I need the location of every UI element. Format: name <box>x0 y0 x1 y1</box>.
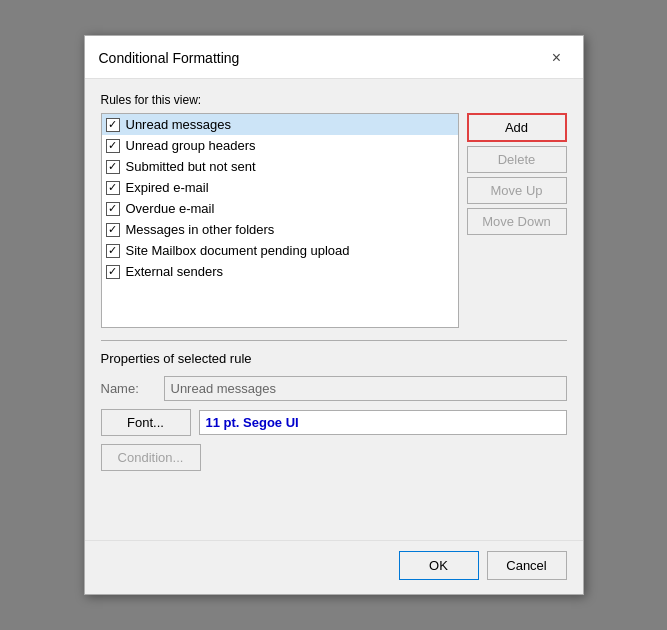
checkbox-icon[interactable] <box>106 181 120 195</box>
checkbox-icon[interactable] <box>106 244 120 258</box>
list-item-label: Expired e-mail <box>126 180 209 195</box>
rules-list[interactable]: Unread messagesUnread group headersSubmi… <box>102 114 458 327</box>
list-item-label: Submitted but not sent <box>126 159 256 174</box>
rules-label: Rules for this view: <box>101 93 567 107</box>
list-item-label: External senders <box>126 264 224 279</box>
list-item-label: Unread group headers <box>126 138 256 153</box>
list-item-label: Overdue e-mail <box>126 201 215 216</box>
list-item-label: Unread messages <box>126 117 232 132</box>
checkbox-icon[interactable] <box>106 139 120 153</box>
add-button[interactable]: Add <box>467 113 567 142</box>
side-buttons: Add Delete Move Up Move Down <box>467 113 567 328</box>
rules-list-container: Unread messagesUnread group headersSubmi… <box>101 113 459 328</box>
list-item[interactable]: Messages in other folders <box>102 219 458 240</box>
move-down-button[interactable]: Move Down <box>467 208 567 235</box>
list-item-label: Site Mailbox document pending upload <box>126 243 350 258</box>
list-item[interactable]: Expired e-mail <box>102 177 458 198</box>
condition-row: Condition... <box>101 444 567 471</box>
checkbox-icon[interactable] <box>106 118 120 132</box>
checkbox-icon[interactable] <box>106 160 120 174</box>
close-button[interactable]: × <box>545 46 569 70</box>
checkbox-icon[interactable] <box>106 265 120 279</box>
font-button[interactable]: Font... <box>101 409 191 436</box>
cancel-button[interactable]: Cancel <box>487 551 567 580</box>
list-item[interactable]: Unread messages <box>102 114 458 135</box>
name-label: Name: <box>101 381 156 396</box>
properties-section: Properties of selected rule Name: Font..… <box>101 340 567 479</box>
move-up-button[interactable]: Move Up <box>467 177 567 204</box>
name-row: Name: <box>101 376 567 401</box>
list-item[interactable]: Overdue e-mail <box>102 198 458 219</box>
list-item[interactable]: Unread group headers <box>102 135 458 156</box>
ok-button[interactable]: OK <box>399 551 479 580</box>
font-row: Font... 11 pt. Segoe UI <box>101 409 567 436</box>
list-item-label: Messages in other folders <box>126 222 275 237</box>
rules-area: Unread messagesUnread group headersSubmi… <box>101 113 567 328</box>
checkbox-icon[interactable] <box>106 202 120 216</box>
list-item[interactable]: Site Mailbox document pending upload <box>102 240 458 261</box>
name-input[interactable] <box>164 376 567 401</box>
condition-button[interactable]: Condition... <box>101 444 201 471</box>
conditional-formatting-dialog: Conditional Formatting × Rules for this … <box>84 35 584 595</box>
properties-label: Properties of selected rule <box>101 351 567 366</box>
dialog-title: Conditional Formatting <box>99 50 240 66</box>
list-item[interactable]: Submitted but not sent <box>102 156 458 177</box>
font-value: 11 pt. Segoe UI <box>199 410 567 435</box>
delete-button[interactable]: Delete <box>467 146 567 173</box>
checkbox-icon[interactable] <box>106 223 120 237</box>
dialog-body: Rules for this view: Unread messagesUnre… <box>85 79 583 540</box>
list-item[interactable]: External senders <box>102 261 458 282</box>
title-bar: Conditional Formatting × <box>85 36 583 79</box>
dialog-footer: OK Cancel <box>85 540 583 594</box>
